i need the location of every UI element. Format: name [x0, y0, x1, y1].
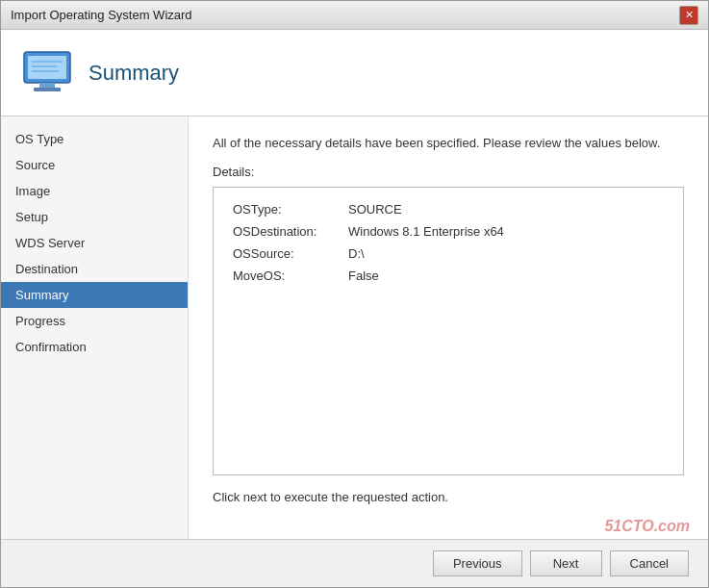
detail-value: SOURCE	[348, 202, 402, 217]
footer-instruction: Click next to execute the requested acti…	[213, 490, 684, 504]
next-button[interactable]: Next	[530, 550, 602, 576]
sidebar-item-destination[interactable]: Destination	[1, 256, 188, 282]
detail-key: MoveOS:	[233, 268, 348, 283]
sidebar-item-os-type[interactable]: OS Type	[1, 126, 188, 152]
detail-value: False	[348, 268, 379, 283]
svg-rect-3	[34, 88, 61, 91]
sidebar-item-summary[interactable]: Summary	[1, 282, 188, 308]
main-window: Import Operating System Wizard ✕ Summary	[0, 0, 709, 588]
title-bar: Import Operating System Wizard ✕	[1, 1, 708, 30]
content-area: All of the necessary details have been s…	[189, 116, 708, 539]
window-controls: ✕	[679, 6, 698, 25]
detail-row: MoveOS:False	[233, 268, 664, 283]
svg-rect-2	[39, 83, 55, 88]
detail-row: OSType:SOURCE	[233, 202, 664, 217]
sidebar: OS TypeSourceImageSetupWDS ServerDestina…	[1, 116, 189, 539]
window-title: Import Operating System Wizard	[11, 8, 192, 22]
cancel-button[interactable]: Cancel	[610, 550, 689, 576]
sidebar-item-image[interactable]: Image	[1, 178, 188, 204]
sidebar-item-confirmation[interactable]: Confirmation	[1, 334, 188, 360]
main-content: OS TypeSourceImageSetupWDS ServerDestina…	[1, 116, 708, 539]
previous-button[interactable]: Previous	[433, 550, 522, 576]
svg-rect-1	[28, 56, 66, 79]
sidebar-item-wds-server[interactable]: WDS Server	[1, 230, 188, 256]
sidebar-item-source[interactable]: Source	[1, 152, 188, 178]
detail-value: Windows 8.1 Enterprise x64	[348, 224, 504, 239]
details-label: Details:	[213, 165, 684, 179]
sidebar-item-progress[interactable]: Progress	[1, 308, 188, 334]
detail-row: OSDestination:Windows 8.1 Enterprise x64	[233, 224, 664, 239]
description-text: All of the necessary details have been s…	[213, 136, 684, 150]
detail-value: D:\	[348, 246, 365, 261]
close-button[interactable]: ✕	[679, 6, 698, 25]
details-box: OSType:SOURCEOSDestination:Windows 8.1 E…	[213, 187, 684, 475]
sidebar-item-setup[interactable]: Setup	[1, 204, 188, 230]
wizard-header: Summary	[1, 30, 708, 116]
wizard-footer: Previous Next Cancel	[1, 539, 708, 587]
detail-key: OSType:	[233, 202, 348, 217]
detail-row: OSSource:D:\	[233, 246, 664, 261]
detail-key: OSSource:	[233, 246, 348, 261]
detail-key: OSDestination:	[233, 224, 348, 239]
wizard-icon	[20, 46, 74, 100]
page-title: Summary	[89, 61, 179, 86]
